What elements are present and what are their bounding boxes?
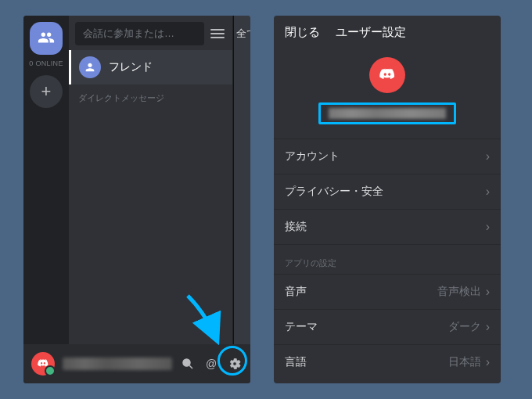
- search-icon[interactable]: [180, 356, 196, 372]
- item-value: ダーク: [448, 320, 481, 334]
- home-screen: 0 ONLINE + 会話に参加または… フレンド ダイレクトメッセージ 全て …: [23, 16, 250, 383]
- item-label: テーマ: [285, 320, 318, 334]
- username-highlight[interactable]: [318, 102, 456, 124]
- item-account[interactable]: アカウント ›: [274, 138, 501, 174]
- chevron-right-icon: ›: [486, 355, 490, 369]
- hamburger-icon[interactable]: [210, 29, 225, 38]
- home-button[interactable]: [30, 22, 63, 55]
- profile-section: [274, 49, 501, 138]
- chevron-right-icon: ›: [486, 285, 490, 299]
- item-label: 接続: [285, 220, 307, 234]
- item-label: プライバシー・安全: [285, 185, 383, 199]
- friend-icon: [79, 56, 101, 78]
- section-app-settings: アプリの設定: [274, 244, 501, 274]
- chevron-right-icon: ›: [486, 220, 490, 234]
- username-redacted: [63, 358, 172, 370]
- settings-gear-icon[interactable]: [227, 356, 243, 372]
- add-server-button[interactable]: +: [30, 75, 63, 108]
- people-icon: [38, 29, 55, 49]
- item-voice[interactable]: 音声 音声検出 ›: [274, 274, 501, 309]
- friends-label: フレンド: [109, 60, 153, 74]
- item-label: 音声: [285, 285, 307, 299]
- friends-tab[interactable]: フレンド: [69, 50, 232, 84]
- online-count: 0 ONLINE: [29, 59, 63, 67]
- dm-section-header: ダイレクトメッセージ: [69, 84, 232, 107]
- bottom-bar: @: [23, 344, 250, 383]
- chevron-right-icon: ›: [486, 185, 490, 199]
- dm-column: 会話に参加または… フレンド ダイレクトメッセージ: [69, 16, 233, 383]
- mentions-icon[interactable]: @: [203, 356, 219, 372]
- item-label: アカウント: [285, 149, 340, 164]
- sliver-tab: 全て: [234, 25, 250, 42]
- username-redacted: [329, 108, 446, 119]
- item-value: 日本語: [448, 355, 481, 369]
- svg-line-1: [189, 365, 192, 368]
- content-sliver: 全て: [233, 16, 250, 383]
- settings-header: 閉じる ユーザー設定: [274, 16, 501, 49]
- guild-column: 0 ONLINE +: [23, 16, 69, 383]
- settings-screen: 閉じる ユーザー設定 アカウント › プライバシー・安全 › 接続 › アプリの…: [274, 16, 501, 383]
- item-value: 音声検出: [437, 285, 481, 299]
- item-theme[interactable]: テーマ ダーク ›: [274, 309, 501, 344]
- settings-title: ユーザー設定: [336, 25, 406, 40]
- chevron-right-icon: ›: [486, 149, 490, 164]
- user-avatar[interactable]: [31, 352, 55, 376]
- header-row: 会話に参加または…: [69, 16, 232, 50]
- item-language[interactable]: 言語 日本語 ›: [274, 344, 501, 379]
- item-label: 言語: [285, 355, 307, 369]
- item-connections[interactable]: 接続 ›: [274, 209, 501, 244]
- item-privacy[interactable]: プライバシー・安全 ›: [274, 174, 501, 209]
- profile-avatar[interactable]: [369, 57, 405, 93]
- search-input[interactable]: 会話に参加または…: [75, 22, 204, 45]
- chevron-right-icon: ›: [486, 320, 490, 334]
- close-button[interactable]: 閉じる: [285, 25, 320, 40]
- svg-point-0: [183, 359, 190, 366]
